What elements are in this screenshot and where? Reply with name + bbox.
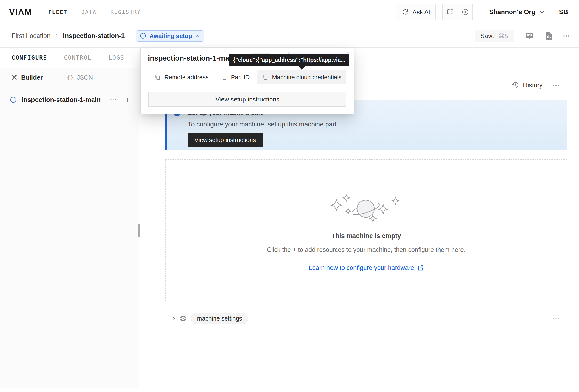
user-avatar[interactable]: SB (559, 8, 569, 16)
builder-mode-button[interactable]: Builder (0, 68, 53, 87)
link-label: Learn how to configure your hardware (309, 264, 414, 272)
copy-icon (262, 74, 268, 80)
copy-machine-cloud-credentials-label: Machine cloud credentials (272, 74, 341, 81)
save-shortcut: ⌘S (499, 32, 508, 39)
svg-text:?: ? (464, 10, 466, 14)
org-name: Shannon's Org (489, 8, 535, 16)
chevron-up-icon (195, 34, 200, 38)
help-icon-group: ? (442, 4, 473, 20)
nav-fleet[interactable]: FLEET (48, 9, 67, 15)
sidebar-resize-handle[interactable] (138, 224, 141, 237)
copy-icon (154, 74, 161, 80)
popup-part-title: inspection-station-1-main (148, 54, 236, 62)
configure-main-panel: History i Set up your machine part To co… (154, 76, 568, 389)
nav-registry[interactable]: REGISTRY (110, 9, 141, 15)
configure-content: Builder {} JSON inspection-station-1-mai… (0, 68, 579, 392)
copy-part-id-button[interactable]: Part ID (216, 70, 254, 84)
configure-sidebar: Builder {} JSON inspection-station-1-mai… (0, 68, 139, 389)
tab-control[interactable]: CONTROL (64, 54, 92, 61)
primary-nav: FLEET DATA REGISTRY (48, 9, 141, 15)
machine-more-menu[interactable] (563, 35, 569, 37)
settings-more-menu[interactable] (553, 318, 559, 319)
header-right-cluster: Ask AI ? (396, 4, 569, 20)
json-mode-button[interactable]: {} JSON (53, 68, 107, 87)
credentials-tooltip-arrow (298, 66, 306, 70)
history-label: History (523, 81, 542, 89)
history-button[interactable]: History (511, 81, 542, 89)
view-setup-instructions-button[interactable]: View setup instructions (188, 133, 263, 147)
machine-settings-row[interactable]: ⚙ machine settings (165, 310, 567, 327)
machine-part-row[interactable]: inspection-station-1-main + (0, 93, 139, 107)
copy-remote-address-label: Remote address (164, 74, 209, 81)
ask-ai-button[interactable]: Ask AI (396, 4, 436, 20)
builder-label: Builder (21, 74, 43, 81)
add-resource-button[interactable]: + (125, 95, 130, 104)
status-badge-label: Awaiting setup (149, 32, 192, 39)
builder-json-toggle-row: Builder {} JSON (0, 68, 139, 87)
copy-remote-address-button[interactable]: Remote address (149, 70, 213, 84)
save-button[interactable]: Save ⌘S (475, 30, 514, 42)
breadcrumb-location[interactable]: First Location (11, 32, 51, 40)
document-chart-icon (545, 31, 552, 40)
popup-view-setup-instructions-button[interactable]: View setup instructions (148, 92, 347, 107)
panel-content: i Set up your machine part To configure … (154, 94, 567, 327)
empty-state-title: This machine is empty (331, 232, 401, 240)
viam-logo[interactable]: VIAM (9, 7, 32, 17)
builder-tools-icon (10, 74, 18, 81)
awaiting-setup-dashed-circle-icon (140, 32, 146, 39)
part-actions: + (110, 95, 130, 104)
org-switcher[interactable]: Shannon's Org (489, 8, 544, 16)
machine-header-row: First Location inspection-station-1 Awai… (0, 24, 579, 48)
copy-buttons-row: Remote address Part ID M (149, 70, 346, 84)
ask-ai-label: Ask AI (412, 8, 430, 16)
save-label: Save (480, 32, 495, 40)
credentials-tooltip: {"cloud":{"app_address":"https://app.via… (229, 54, 349, 66)
tab-configure[interactable]: CONFIGURE (11, 54, 47, 61)
breadcrumb-machine-name: inspection-station-1 (63, 32, 125, 40)
empty-state-body: Click the + to add resources to your mac… (267, 246, 465, 253)
copy-part-id-label: Part ID (231, 74, 250, 81)
gear-icon: ⚙ (179, 314, 187, 322)
machine-settings-pill[interactable]: machine settings (191, 313, 248, 324)
ask-ai-sparkle-icon (402, 8, 409, 16)
part-more-menu[interactable] (110, 99, 116, 100)
status-badge[interactable]: Awaiting setup (136, 30, 204, 42)
expand-settings-chevron[interactable] (171, 315, 176, 321)
empty-machine-box: This machine is empty Click the + to add… (165, 159, 567, 301)
copy-machine-cloud-credentials-button[interactable]: Machine cloud credentials (257, 70, 346, 84)
header-divider (40, 7, 40, 17)
configure-hardware-link[interactable]: Learn how to configure your hardware (309, 264, 424, 272)
panel-more-menu[interactable] (553, 85, 559, 86)
help-button[interactable]: ? (458, 4, 472, 20)
nav-data[interactable]: DATA (81, 9, 96, 15)
tab-logs[interactable]: LOGS (108, 54, 124, 61)
docs-button[interactable] (443, 4, 458, 20)
monitor-icon (525, 32, 534, 40)
copy-icon (220, 74, 227, 80)
presentation-mode-button[interactable] (525, 32, 534, 40)
external-link-icon (417, 265, 424, 271)
chevron-down-icon (540, 10, 544, 14)
banner-body: To configure your machine, set up this m… (167, 117, 567, 128)
breadcrumb-chevron-icon (55, 33, 59, 38)
json-label: JSON (77, 74, 93, 81)
machine-actions: Save ⌘S (475, 30, 569, 42)
viam-machine-page: VIAM FLEET DATA REGISTRY Ask AI (0, 0, 579, 392)
question-mark-icon: ? (461, 8, 469, 16)
braces-icon: {} (67, 74, 73, 80)
machine-report-button[interactable] (545, 31, 552, 40)
part-awaiting-setup-icon (10, 96, 17, 103)
planet-illustration (330, 190, 402, 226)
history-clock-icon (511, 81, 519, 89)
builder-json-toggle: Builder {} JSON (0, 68, 107, 87)
top-nav-bar: VIAM FLEET DATA REGISTRY Ask AI (0, 0, 579, 24)
part-name: inspection-station-1-main (22, 96, 101, 104)
book-icon (446, 8, 454, 16)
